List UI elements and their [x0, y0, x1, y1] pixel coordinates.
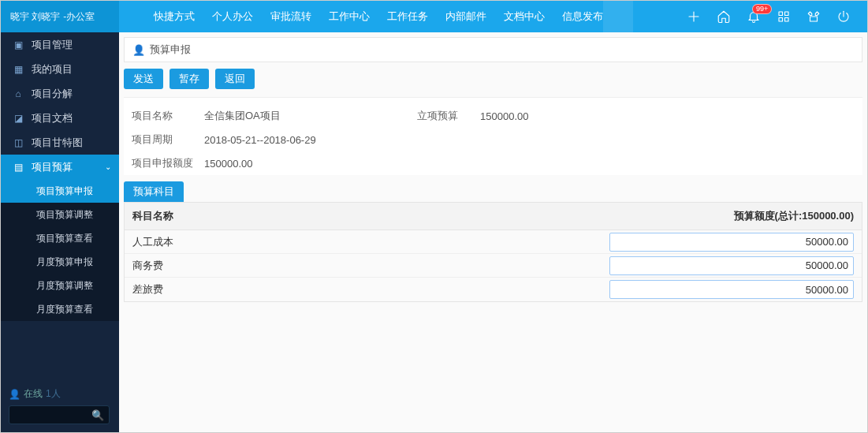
cell-subject-name: 人工成本	[125, 229, 602, 256]
tab-budget-subject[interactable]: 预算科目	[124, 181, 184, 202]
value-project-name: 全信集团OA项目	[204, 109, 417, 123]
sidebar-item-project-docs[interactable]: ◪项目文档	[1, 106, 119, 130]
send-button[interactable]: 发送	[124, 69, 163, 89]
grid-icon: ▦	[13, 64, 24, 75]
nav-info-publish[interactable]: 信息发布	[562, 9, 603, 24]
sidebar-search-input[interactable]	[14, 409, 91, 420]
sidebar-sub-monthly-view[interactable]: 月度预算查看	[1, 297, 119, 321]
label-budget: 立项预算	[417, 109, 480, 123]
power-icon[interactable]	[836, 9, 851, 24]
clipboard-icon: ▣	[13, 39, 24, 50]
nav-internal-mail[interactable]: 内部邮件	[445, 9, 486, 24]
user-name: 晓宇 刘晓宇	[10, 10, 60, 24]
sidebar-sub-budget-declare[interactable]: 项目预算申报	[1, 179, 119, 203]
value-budget: 150000.00	[480, 110, 528, 122]
col-subject-name: 科目名称	[125, 203, 602, 230]
sidebar-sub-monthly-adjust[interactable]: 月度预算调整	[1, 274, 119, 297]
home-icon[interactable]	[716, 9, 732, 24]
value-declared: 150000.00	[204, 158, 417, 170]
page-title: 预算申报	[150, 43, 191, 57]
table-row: 差旅费	[125, 278, 862, 301]
theme-icon[interactable]	[806, 9, 821, 24]
svg-rect-9	[785, 12, 789, 16]
label-project-name: 项目名称	[127, 109, 204, 123]
svg-rect-10	[779, 18, 783, 22]
breadcrumb: 👤 预算申报	[124, 37, 862, 62]
plus-icon[interactable]	[686, 9, 702, 24]
sidebar-sub-monthly-declare[interactable]: 月度预算申报	[1, 250, 119, 274]
label-period: 项目周期	[127, 133, 204, 147]
value-period: 2018-05-21--2018-06-29	[204, 134, 417, 146]
svg-rect-8	[779, 12, 783, 16]
amount-input[interactable]	[609, 233, 854, 252]
search-icon[interactable]: 🔍	[91, 409, 104, 421]
label-declared: 项目申报额度	[127, 156, 204, 170]
sidebar-sub-budget-adjust[interactable]: 项目预算调整	[1, 203, 119, 226]
cell-subject-name: 商务费	[125, 252, 602, 279]
back-button[interactable]: 返回	[215, 69, 255, 89]
sidebar: ▣项目管理 ▦我的项目 ⌂项目分解 ◪项目文档 ◫项目甘特图 ▤项目预算⌄ 项目…	[1, 32, 119, 432]
bell-icon[interactable]: 99+	[746, 9, 762, 24]
budget-table: 科目名称 预算额度(总计:150000.00) 人工成本 商务费 差旅费	[124, 202, 862, 302]
tree-icon: ⌂	[13, 88, 24, 99]
chevron-down-icon: ⌄	[105, 162, 111, 171]
menu-toggle[interactable]	[119, 1, 151, 32]
user-context: 晓宇 刘晓宇 -办公室	[1, 1, 119, 32]
sidebar-sub-budget-view[interactable]: 项目预算查看	[1, 226, 119, 250]
calc-icon: ▤	[13, 162, 24, 173]
sidebar-item-project-breakdown[interactable]: ⌂项目分解	[1, 81, 119, 106]
nav-approval-flow[interactable]: 审批流转	[270, 9, 311, 24]
sidebar-search[interactable]: 🔍	[9, 405, 110, 424]
user-dept: -办公室	[63, 10, 95, 24]
person-icon: 👤	[132, 44, 145, 56]
nav-personal-office[interactable]: 个人办公	[212, 9, 253, 24]
nav-doc-center[interactable]: 文档中心	[504, 9, 545, 24]
save-draft-button[interactable]: 暂存	[170, 69, 209, 89]
nav-shortcut[interactable]: 快捷方式	[154, 9, 195, 24]
amount-input[interactable]	[609, 280, 854, 299]
nav-more[interactable]	[603, 1, 633, 32]
cell-subject-name: 差旅费	[125, 276, 602, 303]
chart-icon: ◫	[13, 137, 24, 148]
sidebar-item-gantt[interactable]: ◫项目甘特图	[1, 130, 119, 155]
top-nav: 快捷方式 个人办公 审批流转 工作中心 工作任务 内部邮件 文档中心 信息发布	[154, 9, 603, 24]
doc-icon: ◪	[13, 113, 24, 124]
sidebar-item-project-mgmt[interactable]: ▣项目管理	[1, 32, 119, 57]
form: 项目名称 全信集团OA项目 立项预算 150000.00 项目周期 2018-0…	[124, 97, 862, 175]
nav-work-task[interactable]: 工作任务	[387, 9, 428, 24]
user-icon: 👤	[9, 389, 20, 400]
amount-input[interactable]	[609, 256, 854, 275]
sidebar-item-my-projects[interactable]: ▦我的项目	[1, 57, 119, 81]
nav-work-center[interactable]: 工作中心	[329, 9, 370, 24]
apps-icon[interactable]	[776, 9, 792, 24]
sidebar-item-budget[interactable]: ▤项目预算⌄	[1, 155, 119, 179]
notification-badge: 99+	[752, 4, 772, 14]
online-status: 👤 在线 1人	[9, 387, 111, 401]
svg-rect-11	[785, 18, 789, 22]
